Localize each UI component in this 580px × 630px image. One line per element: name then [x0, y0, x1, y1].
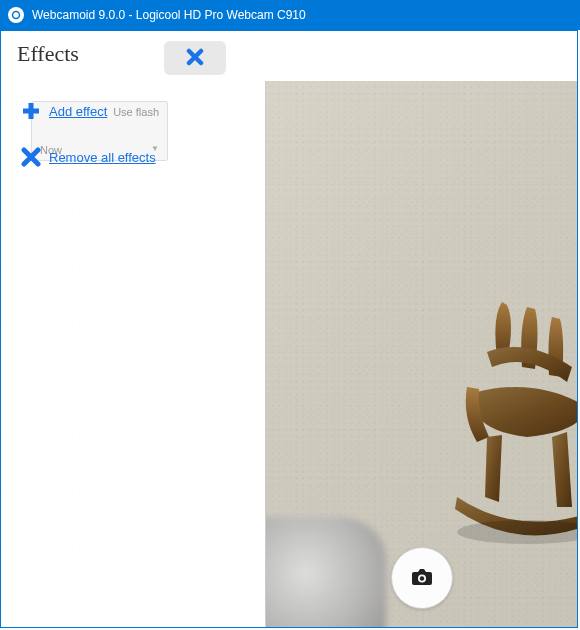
panel-header: Effects	[1, 31, 577, 81]
app-icon	[8, 7, 24, 23]
close-panel-button[interactable]	[164, 41, 226, 75]
add-effect-label: Add effect	[49, 104, 107, 119]
window-titlebar: Webcamoid 9.0.0 - Logicool HD Pro Webcam…	[0, 0, 580, 30]
webcam-preview	[266, 81, 577, 627]
wooden-figure	[407, 297, 577, 557]
add-effect-button[interactable]: Add effect	[21, 101, 257, 121]
content-area: Use flash Now ▼ Add effect	[1, 81, 577, 627]
x-icon	[21, 147, 41, 167]
remove-all-effects-button[interactable]: Remove all effects	[21, 147, 257, 167]
remove-all-effects-label: Remove all effects	[49, 150, 156, 165]
app-window: Effects Use flash Now ▼	[0, 30, 578, 628]
svg-point-4	[419, 576, 423, 580]
plus-icon	[21, 101, 41, 121]
window-title: Webcamoid 9.0.0 - Logicool HD Pro Webcam…	[32, 8, 306, 22]
panel-title: Effects	[17, 41, 79, 67]
effects-sidebar: Use flash Now ▼ Add effect	[1, 81, 266, 627]
svg-point-0	[13, 12, 20, 19]
camera-icon	[411, 568, 433, 589]
svg-point-1	[457, 520, 577, 544]
metal-object	[266, 517, 386, 627]
capture-button[interactable]	[391, 547, 453, 609]
close-icon	[186, 48, 204, 69]
